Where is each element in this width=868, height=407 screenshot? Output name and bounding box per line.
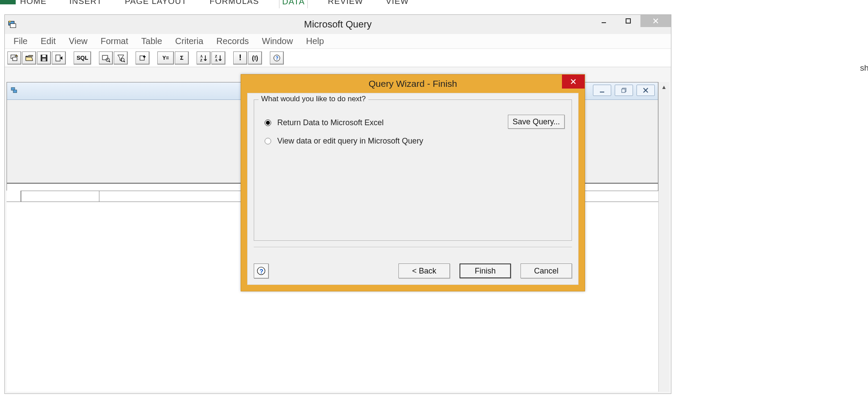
svg-rect-8	[13, 57, 17, 61]
background-text-fragment: ships	[860, 63, 868, 73]
query-data-cell[interactable]	[21, 191, 99, 202]
svg-rect-12	[42, 58, 46, 61]
toolbar-criteria-equals-icon[interactable]: Y=	[157, 51, 174, 65]
back-button[interactable]: < Back	[398, 263, 450, 278]
svg-text:Z: Z	[215, 55, 217, 58]
query-wizard-dialog: Query Wizard - Finish What would you lik…	[241, 74, 585, 291]
toolbar-add-table-icon[interactable]	[136, 51, 150, 65]
toolbar-return-data-icon[interactable]	[52, 51, 66, 65]
excel-tab-formulas[interactable]: FORMULAS	[207, 0, 262, 8]
menu-format[interactable]: Format	[98, 35, 131, 47]
menu-criteria[interactable]: Criteria	[173, 35, 206, 47]
finish-button[interactable]: Finish	[460, 263, 511, 278]
save-query-button[interactable]: Save Query...	[508, 115, 565, 129]
wizard-close-button[interactable]	[562, 75, 585, 89]
toolbar-query-now-icon[interactable]: !	[233, 51, 247, 65]
msquery-titlebar[interactable]: Microsoft Query	[5, 15, 671, 34]
minimize-button[interactable]	[592, 15, 616, 27]
radio-view-edit-input[interactable]	[265, 138, 271, 144]
excel-tab-review[interactable]: REVIEW	[325, 0, 366, 8]
wizard-title-text: Query Wizard - Finish	[368, 79, 457, 89]
menu-edit[interactable]: Edit	[38, 35, 58, 47]
radio-return-data[interactable]: Return Data to Microsoft Excel	[265, 118, 384, 127]
svg-text:?: ?	[259, 268, 263, 275]
excel-tab-home[interactable]: HOME	[17, 0, 49, 8]
toolbar-show-tables-icon[interactable]	[99, 51, 113, 65]
maximize-button[interactable]	[616, 15, 640, 27]
excel-tab-view[interactable]: VIEW	[383, 0, 412, 8]
svg-text:Z: Z	[200, 58, 202, 62]
radio-return-data-input[interactable]	[265, 120, 271, 126]
svg-rect-32	[622, 89, 625, 92]
excel-file-tab-green[interactable]	[0, 0, 16, 4]
toolbar-sql-icon[interactable]: SQL	[74, 51, 91, 65]
svg-rect-4	[626, 19, 630, 23]
svg-text:A: A	[200, 55, 203, 58]
svg-rect-11	[42, 55, 46, 57]
menu-window[interactable]: Window	[259, 35, 296, 47]
menu-table[interactable]: Table	[139, 35, 165, 47]
wizard-groupbox: What would you like to do next? Return D…	[254, 99, 572, 241]
menu-help[interactable]: Help	[303, 35, 327, 47]
radio-return-data-label: Return Data to Microsoft Excel	[277, 118, 384, 127]
toolbar-show-criteria-icon[interactable]	[114, 51, 128, 65]
svg-marker-9	[16, 55, 18, 56]
child-restore-button[interactable]	[615, 85, 633, 96]
svg-line-16	[109, 61, 110, 62]
menu-file[interactable]: File	[11, 35, 30, 47]
svg-text:A: A	[215, 58, 218, 62]
radio-view-edit-label: View data or edit query in Microsoft Que…	[277, 137, 423, 146]
child-close-button[interactable]	[637, 85, 655, 96]
toolbar-help-icon[interactable]: ?	[270, 51, 284, 65]
excel-tab-insert[interactable]: INSERT	[67, 0, 105, 8]
close-button[interactable]	[640, 15, 671, 27]
svg-rect-14	[102, 55, 108, 60]
wizard-separator	[254, 247, 572, 248]
svg-rect-29	[13, 90, 17, 92]
svg-line-18	[124, 61, 125, 62]
child-minimize-button[interactable]	[593, 85, 611, 96]
toolbar-save-icon[interactable]	[37, 51, 51, 65]
toolbar-sort-asc-icon[interactable]: AZ	[197, 51, 211, 65]
query-row-header[interactable]	[7, 191, 21, 202]
toolbar-open-icon[interactable]	[22, 51, 36, 65]
msquery-menubar: File Edit View Format Table Criteria Rec…	[5, 34, 671, 49]
vertical-scrollbar[interactable]: ▲	[658, 82, 669, 392]
menu-records[interactable]: Records	[214, 35, 251, 47]
scroll-up-icon[interactable]: ▲	[659, 82, 669, 92]
toolbar-auto-query-icon[interactable]: (!)	[248, 51, 262, 65]
cancel-button[interactable]: Cancel	[521, 263, 572, 278]
toolbar-new-query-icon[interactable]	[7, 51, 21, 65]
svg-rect-13	[56, 55, 60, 61]
wizard-body: What would you like to do next? Return D…	[247, 93, 579, 285]
msquery-toolbar: SQL Y= Σ AZ ZA ! (!) ?	[5, 49, 671, 67]
wizard-group-label: What would you like to do next?	[259, 95, 368, 103]
excel-tab-data[interactable]: DATA	[279, 0, 308, 8]
wizard-titlebar[interactable]: Query Wizard - Finish	[241, 75, 585, 93]
msquery-title: Microsoft Query	[5, 19, 671, 30]
excel-tab-page-layout[interactable]: PAGE LAYOUT	[122, 0, 189, 8]
menu-view[interactable]: View	[66, 35, 90, 47]
wizard-help-button[interactable]: ?	[254, 263, 269, 278]
svg-text:?: ?	[276, 55, 279, 61]
query-child-icon	[10, 86, 18, 96]
toolbar-totals-sigma-icon[interactable]: Σ	[175, 51, 189, 65]
radio-view-edit[interactable]: View data or edit query in Microsoft Que…	[265, 137, 423, 146]
toolbar-sort-desc-icon[interactable]: ZA	[211, 51, 225, 65]
